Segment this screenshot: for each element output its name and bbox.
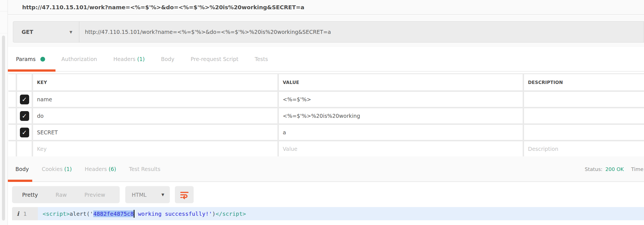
code-token-alert: alert(' bbox=[70, 210, 93, 217]
check-icon: ✓ bbox=[22, 112, 27, 119]
response-tab-body[interactable]: Body bbox=[15, 166, 29, 172]
code-token-string: working successfully!' bbox=[135, 210, 212, 217]
param-value-field[interactable]: <%=$'%>%20is%20working bbox=[279, 108, 523, 123]
param-description-field[interactable] bbox=[524, 92, 644, 107]
response-tab-cookies[interactable]: Cookies (1) bbox=[42, 166, 72, 172]
request-tabs: Params Authorization Headers (1) Body Pr… bbox=[8, 47, 644, 72]
tab-params[interactable]: Params bbox=[16, 56, 45, 62]
tab-headers-count: (1) bbox=[137, 56, 145, 62]
response-view-switcher: Pretty Raw Preview bbox=[12, 186, 120, 203]
drag-handle-cell[interactable] bbox=[8, 92, 16, 107]
checkbox-cell: ✓ bbox=[17, 125, 32, 140]
response-tab-headers[interactable]: Headers (6) bbox=[85, 166, 116, 172]
param-description-field[interactable] bbox=[524, 125, 644, 140]
code-token-selected-text: 4882fe4875c8 bbox=[93, 210, 134, 217]
param-description-field[interactable] bbox=[524, 108, 644, 123]
tab-params-label: Params bbox=[16, 56, 36, 62]
tab-authorization[interactable]: Authorization bbox=[61, 56, 97, 62]
column-header-description: DESCRIPTION bbox=[524, 74, 644, 90]
tab-pre-request-label: Pre-request Script bbox=[191, 56, 238, 62]
checkbox-cell bbox=[17, 141, 32, 156]
tab-body[interactable]: Body bbox=[161, 56, 174, 62]
response-tab-headers-count: (6) bbox=[108, 166, 116, 172]
params-table: KEY VALUE DESCRIPTION ✓ name <%=$'%> ✓ d… bbox=[8, 73, 644, 156]
checkbox-cell: ✓ bbox=[17, 108, 32, 123]
response-tab-headers-label: Headers bbox=[85, 166, 107, 172]
code-gutter: i 1 bbox=[12, 207, 38, 220]
request-tab-title: http://47.110.15.101/work?name=<%=$'%>&d… bbox=[8, 0, 644, 15]
line-info-icon: i bbox=[17, 210, 19, 217]
code-token-tag-open: <script> bbox=[43, 210, 70, 217]
response-body-code-line[interactable]: <script> alert(' 4882fe4875c8 working su… bbox=[38, 207, 644, 220]
status-pair: Status: 200 OK bbox=[585, 166, 624, 172]
response-tab-test-results[interactable]: Test Results bbox=[129, 166, 160, 172]
param-value-field-empty[interactable]: Value bbox=[279, 141, 523, 156]
chevron-down-icon: ▼ bbox=[161, 193, 164, 197]
row-checkbox[interactable]: ✓ bbox=[20, 95, 29, 104]
response-status-bar: Status: 200 OK Time bbox=[585, 156, 643, 182]
tab-tests[interactable]: Tests bbox=[255, 56, 268, 62]
active-tab-underline bbox=[8, 69, 55, 72]
code-token-tag-close: </script> bbox=[216, 210, 246, 217]
check-icon: ✓ bbox=[22, 129, 27, 136]
response-tab-body-label: Body bbox=[15, 166, 29, 172]
wrap-lines-button[interactable] bbox=[175, 186, 194, 203]
tab-headers-label: Headers bbox=[113, 56, 135, 62]
checkbox-cell: ✓ bbox=[17, 92, 32, 107]
params-active-dot-icon bbox=[40, 57, 45, 62]
param-key-field[interactable]: name bbox=[33, 92, 277, 107]
drag-handle-header-cell bbox=[8, 74, 16, 90]
window-left-strip bbox=[0, 0, 8, 225]
wrap-lines-icon bbox=[179, 190, 189, 200]
line-number: 1 bbox=[23, 210, 27, 217]
param-key-field[interactable]: do bbox=[33, 108, 277, 123]
tab-body-label: Body bbox=[161, 56, 174, 62]
time-label: Time bbox=[631, 166, 643, 172]
chevron-down-icon: ▼ bbox=[70, 30, 72, 34]
tab-pre-request-script[interactable]: Pre-request Script bbox=[191, 56, 238, 62]
drag-handle-cell[interactable] bbox=[8, 125, 16, 140]
param-value-field[interactable]: <%=$'%> bbox=[279, 92, 523, 107]
row-checkbox[interactable]: ✓ bbox=[20, 128, 29, 137]
strip-divider bbox=[0, 11, 8, 11]
format-label: HTML bbox=[132, 192, 147, 198]
response-tab-test-results-label: Test Results bbox=[129, 166, 160, 172]
param-key-field[interactable]: SECRET bbox=[33, 125, 277, 140]
status-label: Status: bbox=[585, 166, 602, 172]
code-token-paren: ) bbox=[212, 210, 216, 217]
response-active-tab-underline bbox=[8, 180, 32, 182]
checkbox-header-cell bbox=[17, 74, 32, 90]
status-value: 200 OK bbox=[605, 166, 624, 172]
url-input[interactable]: http://47.110.15.101/work?name=<%=$'%>&d… bbox=[79, 21, 644, 43]
param-key-field-empty[interactable]: Key bbox=[33, 141, 277, 156]
drag-handle-cell bbox=[8, 141, 16, 156]
method-dropdown[interactable]: GET ▼ bbox=[13, 21, 79, 43]
strip-divider bbox=[0, 33, 8, 33]
vertical-scrollbar[interactable] bbox=[2, 36, 5, 221]
row-checkbox[interactable]: ✓ bbox=[20, 111, 29, 121]
drag-handle-cell[interactable] bbox=[8, 108, 16, 123]
format-dropdown[interactable]: HTML ▼ bbox=[125, 186, 170, 203]
method-label: GET bbox=[22, 29, 33, 35]
view-raw-button[interactable]: Raw bbox=[55, 192, 67, 198]
view-pretty-button[interactable]: Pretty bbox=[22, 192, 38, 198]
param-description-field-empty[interactable]: Description bbox=[524, 141, 644, 156]
check-icon: ✓ bbox=[22, 96, 27, 103]
tab-tests-label: Tests bbox=[255, 56, 268, 62]
param-value-field[interactable]: a bbox=[279, 125, 523, 140]
column-header-value: VALUE bbox=[279, 74, 523, 90]
tab-authorization-label: Authorization bbox=[61, 56, 97, 62]
response-tab-cookies-count: (1) bbox=[64, 166, 72, 172]
column-header-key: KEY bbox=[33, 74, 277, 90]
response-tab-cookies-label: Cookies bbox=[42, 166, 62, 172]
response-tabs: Body Cookies (1) Headers (6) Test Result… bbox=[8, 156, 644, 182]
view-preview-button[interactable]: Preview bbox=[84, 192, 105, 198]
tab-headers[interactable]: Headers (1) bbox=[113, 56, 145, 62]
